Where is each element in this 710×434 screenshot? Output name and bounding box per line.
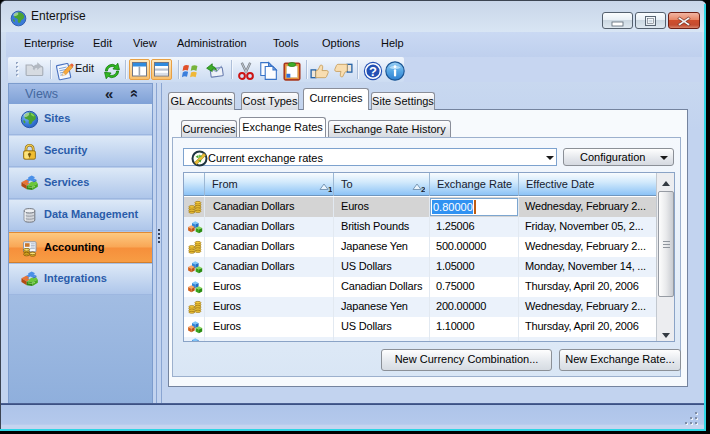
svg-text:1: 1	[328, 185, 332, 193]
svg-text:?: ?	[369, 64, 377, 79]
svg-text:2: 2	[421, 185, 425, 193]
